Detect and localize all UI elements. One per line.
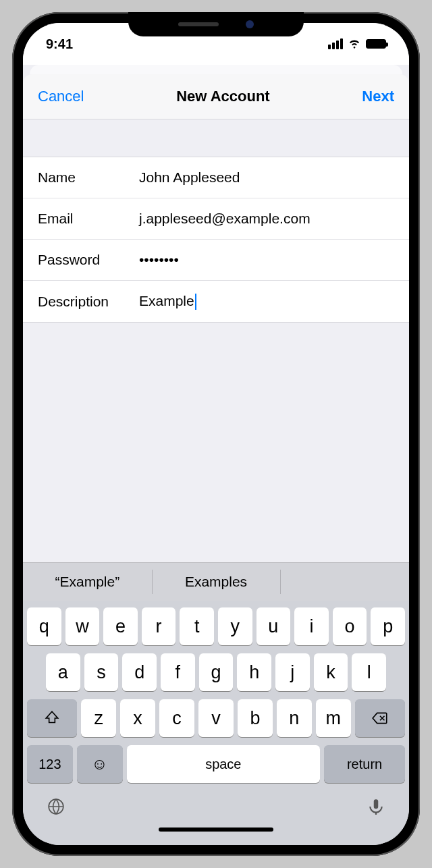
key-x[interactable]: x <box>120 699 155 737</box>
cellular-signal-icon <box>328 38 343 49</box>
email-label: Email <box>38 211 139 227</box>
key-l[interactable]: l <box>352 653 386 691</box>
name-row[interactable]: Name John Appleseed <box>23 157 409 198</box>
key-n[interactable]: n <box>277 699 312 737</box>
key-o[interactable]: o <box>333 607 367 645</box>
home-indicator[interactable] <box>159 828 273 832</box>
email-row[interactable]: Email j.appleseed@example.com <box>23 198 409 240</box>
account-form: Name John Appleseed Email j.appleseed@ex… <box>23 157 409 323</box>
password-row[interactable]: Password •••••••• <box>23 240 409 281</box>
key-r[interactable]: r <box>142 607 176 645</box>
key-s[interactable]: s <box>84 653 119 691</box>
status-time: 9:41 <box>46 36 73 52</box>
page-title: New Account <box>176 88 270 105</box>
key-g[interactable]: g <box>199 653 234 691</box>
key-p[interactable]: p <box>371 607 405 645</box>
key-t[interactable]: t <box>180 607 214 645</box>
backspace-key[interactable] <box>355 699 405 737</box>
battery-icon <box>366 39 386 49</box>
key-w[interactable]: w <box>65 607 100 645</box>
shift-key[interactable] <box>27 699 77 737</box>
wifi-icon <box>347 35 362 53</box>
space-key[interactable]: space <box>127 745 321 783</box>
number-key[interactable]: 123 <box>27 745 73 783</box>
mic-icon[interactable] <box>367 798 385 818</box>
key-q[interactable]: q <box>27 607 61 645</box>
password-label: Password <box>38 252 139 268</box>
text-cursor <box>195 294 196 310</box>
cancel-button[interactable]: Cancel <box>38 88 84 105</box>
globe-icon[interactable] <box>47 798 65 818</box>
key-u[interactable]: u <box>256 607 291 645</box>
description-field[interactable]: Example <box>139 293 394 310</box>
suggestion-2[interactable] <box>280 563 409 601</box>
description-label: Description <box>38 294 139 310</box>
key-y[interactable]: y <box>218 607 252 645</box>
next-button[interactable]: Next <box>362 88 394 105</box>
key-b[interactable]: b <box>238 699 273 737</box>
key-m[interactable]: m <box>316 699 351 737</box>
emoji-key[interactable]: ☺ <box>77 745 123 783</box>
key-a[interactable]: a <box>46 653 80 691</box>
keyboard-suggestions: “Example” Examples <box>23 562 409 601</box>
suggestion-1[interactable]: Examples <box>152 563 281 601</box>
key-d[interactable]: d <box>122 653 157 691</box>
key-v[interactable]: v <box>198 699 234 737</box>
key-f[interactable]: f <box>161 653 195 691</box>
key-j[interactable]: j <box>275 653 310 691</box>
description-row[interactable]: Description Example <box>23 281 409 323</box>
key-k[interactable]: k <box>314 653 348 691</box>
name-field[interactable]: John Appleseed <box>139 169 394 186</box>
keyboard: qwertyuiop asdfghjkl zxcvbnm 123 ☺ space… <box>23 601 409 845</box>
key-z[interactable]: z <box>81 699 116 737</box>
key-e[interactable]: e <box>103 607 138 645</box>
key-c[interactable]: c <box>159 699 194 737</box>
modal-header: Cancel New Account Next <box>23 74 409 119</box>
suggestion-0[interactable]: “Example” <box>23 563 152 601</box>
key-h[interactable]: h <box>237 653 271 691</box>
return-key[interactable]: return <box>324 745 405 783</box>
key-i[interactable]: i <box>294 607 329 645</box>
email-field[interactable]: j.appleseed@example.com <box>139 211 394 227</box>
name-label: Name <box>38 169 139 186</box>
password-field[interactable]: •••••••• <box>139 252 394 268</box>
